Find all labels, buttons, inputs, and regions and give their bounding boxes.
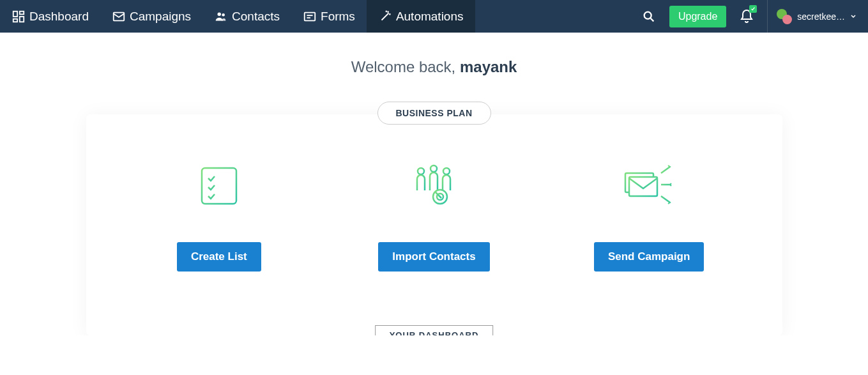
chevron-down-icon <box>850 13 857 20</box>
svg-point-10 <box>388 11 388 12</box>
form-icon <box>303 10 317 24</box>
dashboard-section-pill[interactable]: YOUR DASHBOARD <box>375 325 494 335</box>
search-button[interactable] <box>636 0 662 33</box>
action-send-campaign: Send Campaign <box>553 159 745 272</box>
svg-point-23 <box>443 168 450 174</box>
svg-rect-28 <box>629 177 657 196</box>
svg-point-6 <box>222 13 225 16</box>
svg-point-21 <box>418 168 424 174</box>
user-label: secretkee… <box>797 11 845 22</box>
upgrade-button[interactable]: Upgrade <box>669 6 726 27</box>
nav-campaigns[interactable]: Campaigns <box>100 0 202 33</box>
notifications-button[interactable] <box>734 0 759 33</box>
nav-right: Upgrade secretkee… <box>636 0 868 33</box>
welcome-prefix: Welcome back, <box>351 58 460 75</box>
nav-label: Dashboard <box>29 10 89 24</box>
create-list-button[interactable]: Create List <box>177 242 261 272</box>
svg-line-26 <box>435 192 441 198</box>
svg-rect-7 <box>305 12 316 20</box>
list-icon <box>199 159 239 210</box>
notification-badge <box>749 5 757 13</box>
action-create-list: Create List <box>123 159 315 272</box>
welcome-heading: Welcome back, mayank <box>0 58 868 76</box>
nav-label: Forms <box>321 10 355 24</box>
send-campaign-button[interactable]: Send Campaign <box>594 242 704 272</box>
avatar <box>777 9 792 24</box>
main-content: Welcome back, mayank BUSINESS PLAN <box>0 33 868 335</box>
nav-forms[interactable]: Forms <box>291 0 367 33</box>
onboarding-panel: BUSINESS PLAN <box>86 114 782 335</box>
contacts-icon <box>214 10 228 24</box>
envelope-icon <box>112 10 126 24</box>
svg-rect-0 <box>13 11 17 16</box>
svg-rect-3 <box>13 19 17 22</box>
welcome-username: mayank <box>460 58 517 75</box>
nav-dashboard[interactable]: Dashboard <box>0 0 100 33</box>
nav-label: Contacts <box>232 10 280 24</box>
svg-point-11 <box>390 13 390 14</box>
svg-point-13 <box>644 11 651 19</box>
nav-label: Campaigns <box>130 10 191 24</box>
nav-automations[interactable]: Automations <box>367 0 475 33</box>
nav-label: Automations <box>396 10 464 24</box>
people-target-icon <box>411 159 457 210</box>
send-mail-icon <box>621 159 676 210</box>
wand-icon <box>378 10 392 24</box>
user-menu[interactable]: secretkee… <box>767 0 857 33</box>
plan-pill[interactable]: BUSINESS PLAN <box>377 102 491 125</box>
search-icon <box>642 10 656 24</box>
dashboard-icon <box>11 10 26 24</box>
quick-actions: Create List Import Cont <box>112 159 757 272</box>
svg-rect-2 <box>20 17 24 22</box>
import-contacts-button[interactable]: Import Contacts <box>378 242 489 272</box>
svg-point-12 <box>386 11 386 11</box>
svg-rect-1 <box>20 11 24 14</box>
svg-point-22 <box>430 165 437 172</box>
svg-rect-15 <box>202 168 236 204</box>
svg-line-14 <box>651 18 654 21</box>
action-import-contacts: Import Contacts <box>338 159 529 272</box>
nav-contacts[interactable]: Contacts <box>202 0 291 33</box>
topbar: Dashboard Campaigns Contacts <box>0 0 868 33</box>
svg-point-5 <box>218 12 222 15</box>
nav-items: Dashboard Campaigns Contacts <box>0 0 475 33</box>
